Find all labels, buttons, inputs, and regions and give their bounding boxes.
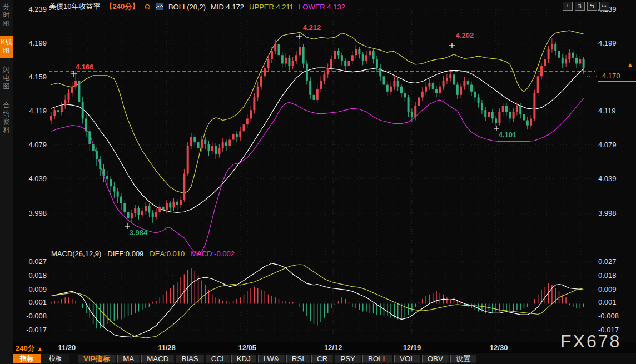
svg-text:-0.017: -0.017 bbox=[598, 326, 619, 334]
svg-text:12/19: 12/19 bbox=[403, 343, 421, 352]
sidebar-tab-timeline[interactable]: 分时图 bbox=[0, 0, 13, 31]
macd-label: MACD(26,12,9) bbox=[51, 250, 101, 258]
svg-text:4.079: 4.079 bbox=[28, 141, 47, 149]
psy-button[interactable]: PSY bbox=[335, 355, 361, 363]
svg-text:-0.008: -0.008 bbox=[26, 312, 47, 320]
timeframe-badge: 【240分】 bbox=[105, 2, 139, 12]
price-annotation: 4.202 bbox=[456, 31, 474, 39]
svg-text:12/30: 12/30 bbox=[490, 343, 508, 352]
tab-templates[interactable]: 模板 bbox=[42, 354, 69, 363]
mini-chart-icon[interactable] bbox=[156, 3, 163, 10]
vol-button[interactable]: VOL bbox=[394, 355, 420, 363]
sidebar-tab-kline[interactable]: K线图 bbox=[0, 36, 13, 58]
settings-button[interactable]: 设置 bbox=[450, 355, 476, 363]
svg-text:0.009: 0.009 bbox=[28, 285, 47, 293]
svg-text:0.018: 0.018 bbox=[598, 271, 617, 280]
macd-diff-value: DIFF:0.009 bbox=[107, 250, 143, 258]
collapse-icon[interactable]: ⊖ bbox=[144, 2, 151, 11]
boll-mid-value: MID:4.172 bbox=[211, 3, 244, 11]
current-price-tag: 4.170 bbox=[598, 71, 636, 82]
price-annotation: 3.984 bbox=[130, 228, 148, 237]
vip-indicator-button[interactable]: VIP指标 bbox=[78, 355, 116, 363]
sidebar-tab-flash[interactable]: 闪电图 bbox=[0, 63, 13, 93]
cci-button[interactable]: CCI bbox=[206, 355, 230, 363]
boll-upper-value: UPPER:4.211 bbox=[249, 3, 294, 11]
svg-text:11/28: 11/28 bbox=[158, 343, 176, 352]
svg-text:-0.017: -0.017 bbox=[26, 326, 47, 334]
macd-button[interactable]: MACD bbox=[141, 355, 174, 363]
price-annotation: 4.101 bbox=[499, 131, 517, 139]
zoom-vertical-icon[interactable]: ⇅ bbox=[575, 2, 585, 11]
svg-text:4.119: 4.119 bbox=[29, 107, 47, 115]
boll-button[interactable]: BOLL bbox=[362, 355, 392, 363]
obv-button[interactable]: OBV bbox=[422, 355, 449, 363]
svg-text:4.039: 4.039 bbox=[28, 174, 47, 183]
svg-text:4.119: 4.119 bbox=[598, 107, 616, 115]
boll-lower-value: LOWER:4.132 bbox=[299, 3, 345, 11]
cr-button[interactable]: CR bbox=[311, 355, 333, 363]
timeframe-selector-label: 240分 bbox=[16, 344, 35, 352]
svg-text:0.001: 0.001 bbox=[28, 298, 47, 306]
boll-label: BOLL(20,2) bbox=[168, 3, 206, 11]
svg-text:4.199: 4.199 bbox=[598, 39, 617, 47]
instrument-title: 美债10年收益率 bbox=[49, 2, 100, 12]
svg-text:4.199: 4.199 bbox=[28, 39, 47, 47]
svg-text:-0.008: -0.008 bbox=[598, 312, 619, 320]
ma-button[interactable]: MA bbox=[117, 355, 140, 363]
price-marker-arrow-icon: ▲ bbox=[627, 61, 633, 68]
svg-text:0.009: 0.009 bbox=[598, 285, 617, 293]
svg-text:12/12: 12/12 bbox=[324, 343, 342, 352]
trading-app-window: 4.1664.2124.2024.1013.9844.2394.2394.199… bbox=[0, 0, 636, 364]
svg-text:0.027: 0.027 bbox=[28, 257, 47, 266]
bias-button[interactable]: BIAS bbox=[176, 355, 203, 363]
pan-icon[interactable]: + bbox=[563, 2, 573, 11]
left-sidebar: 分时图 K线图 闪电图 合约资料 bbox=[0, 0, 13, 364]
svg-text:4.079: 4.079 bbox=[598, 141, 617, 149]
timeframe-selector[interactable]: 240分▲ bbox=[16, 343, 43, 353]
main-chart-svg[interactable]: 4.1664.2124.2024.1013.9844.2394.2394.199… bbox=[0, 0, 636, 355]
svg-text:0.027: 0.027 bbox=[598, 257, 617, 266]
chart-tools: + ⇅ ⇆ ↦ bbox=[563, 2, 609, 11]
svg-text:11/20: 11/20 bbox=[58, 343, 76, 352]
price-annotation: 4.166 bbox=[76, 63, 94, 71]
svg-text:4.039: 4.039 bbox=[598, 174, 617, 183]
svg-text:3.998: 3.998 bbox=[598, 209, 617, 217]
zoom-horizontal-icon[interactable]: ⇆ bbox=[587, 2, 597, 11]
macd-header: MACD(26,12,9) DIFF:0.009 DEA:0.010 MACD:… bbox=[51, 250, 235, 258]
svg-text:0.001: 0.001 bbox=[598, 298, 617, 306]
dropdown-up-icon: ▲ bbox=[37, 346, 43, 352]
macd-dea-value: DEA:0.010 bbox=[150, 250, 185, 258]
chart-title-bar: 美债10年收益率 【240分】 ⊖ BOLL(20,2) MID:4.172 U… bbox=[49, 2, 345, 12]
sidebar-tab-contract-info[interactable]: 合约资料 bbox=[0, 98, 13, 137]
macd-hist-value: MACD:-0.002 bbox=[191, 250, 235, 258]
svg-text:4.239: 4.239 bbox=[28, 5, 47, 13]
tab-indicators[interactable]: 指标 bbox=[13, 354, 41, 363]
svg-text:4.159: 4.159 bbox=[28, 73, 47, 81]
svg-text:0.018: 0.018 bbox=[28, 271, 47, 280]
indicator-toolbar: 指标 模板 VIP指标 MA MACD BIAS CCI KDJ LW& RSI… bbox=[13, 353, 636, 364]
shift-right-icon[interactable]: ↦ bbox=[599, 2, 609, 11]
lwr-button[interactable]: LW& bbox=[258, 355, 285, 363]
svg-text:12/05: 12/05 bbox=[238, 343, 257, 352]
rsi-button[interactable]: RSI bbox=[286, 355, 310, 363]
svg-text:3.998: 3.998 bbox=[28, 209, 47, 217]
kdj-button[interactable]: KDJ bbox=[231, 355, 256, 363]
price-annotation: 4.212 bbox=[303, 23, 321, 32]
